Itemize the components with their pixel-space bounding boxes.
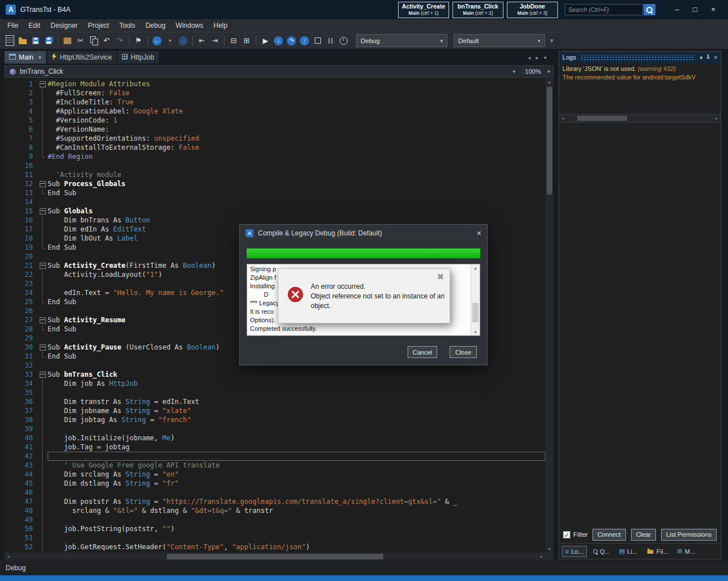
code-line-5[interactable]: 5 #VersionCode: 1 bbox=[5, 116, 545, 125]
tab-httpjob[interactable]: HttpJob bbox=[117, 51, 158, 64]
hotkey-bntrans-click[interactable]: bnTrans_ClickMain (ctrl + 2) bbox=[452, 2, 503, 18]
dialog-close-icon[interactable]: × bbox=[477, 229, 481, 238]
fold-collapse-icon[interactable] bbox=[40, 181, 46, 187]
log-entry[interactable]: Library 'JSON' is not used. (warning #32… bbox=[562, 65, 717, 73]
code-line-11[interactable]: 11 'Activity module bbox=[5, 170, 545, 179]
search-button[interactable] bbox=[644, 4, 655, 15]
panel-tab-logs[interactable]: ≡Lo... bbox=[562, 546, 587, 557]
code-line-37[interactable]: 37 Dim jobname As String = "xlate" bbox=[5, 406, 545, 415]
code-line-15[interactable]: 15Sub Globals bbox=[5, 207, 545, 216]
code-line-36[interactable]: 36 Dim transtr As String = edIn.Text bbox=[5, 397, 545, 406]
scroll-up-icon[interactable]: ▲ bbox=[473, 264, 477, 271]
popup-close-icon[interactable]: ✖ bbox=[437, 272, 444, 282]
connect-button[interactable]: Connect bbox=[592, 529, 626, 541]
editor-horizontal-scrollbar[interactable]: ◂ ▸ bbox=[5, 553, 545, 561]
code-line-49[interactable]: 49 bbox=[5, 515, 545, 524]
code-text[interactable] bbox=[48, 197, 545, 207]
stop-icon[interactable] bbox=[311, 34, 324, 48]
save-icon[interactable] bbox=[29, 34, 42, 48]
code-text[interactable] bbox=[48, 533, 545, 542]
tab-scroll-right-icon[interactable]: ▸ bbox=[536, 54, 539, 61]
code-line-38[interactable]: 38 Dim jobtag As String = "french" bbox=[5, 415, 545, 424]
collapse-all-icon[interactable]: ⊟ bbox=[227, 34, 240, 48]
code-text[interactable]: Dim jobtag As String = "french" bbox=[48, 415, 545, 424]
nav-forward-icon[interactable]: → bbox=[177, 34, 189, 48]
code-line-33[interactable]: 33Sub bnTrans_Click bbox=[5, 370, 545, 379]
fold-collapse-icon[interactable] bbox=[40, 208, 46, 214]
zoom-select[interactable]: 100% ▾ bbox=[522, 65, 553, 78]
panel-close-icon[interactable]: × bbox=[714, 54, 717, 61]
horizontal-scroll-thumb[interactable] bbox=[167, 554, 383, 559]
copy-icon[interactable] bbox=[87, 34, 100, 48]
code-line-6[interactable]: 6 #VersionName: bbox=[5, 125, 545, 134]
code-text[interactable]: #Region Module Attributes bbox=[48, 79, 545, 89]
fold-column[interactable] bbox=[39, 179, 48, 188]
panel-tab-files[interactable]: Fil... bbox=[644, 546, 671, 557]
cut-icon[interactable]: ✂ bbox=[74, 34, 87, 48]
code-line-13[interactable]: 13End Sub bbox=[5, 188, 545, 197]
code-line-40[interactable]: 40 job.Initialize(jobname, Me) bbox=[5, 433, 545, 443]
cancel-button[interactable]: Cancel bbox=[408, 346, 437, 358]
fold-collapse-icon[interactable] bbox=[40, 263, 46, 269]
code-line-14[interactable]: 14 bbox=[5, 197, 545, 207]
scroll-right-icon[interactable]: ▸ bbox=[537, 553, 545, 561]
code-line-46[interactable]: 46 bbox=[5, 488, 545, 497]
output-scroll-thumb[interactable] bbox=[472, 303, 479, 322]
menu-windows[interactable]: Windows bbox=[171, 20, 209, 31]
scroll-left-icon[interactable]: ◂ bbox=[559, 115, 567, 122]
scroll-right-icon[interactable]: ▸ bbox=[713, 115, 721, 122]
scroll-left-icon[interactable]: ◂ bbox=[5, 553, 12, 561]
code-text[interactable]: Dim job As HttpJob bbox=[48, 379, 545, 388]
menu-file[interactable]: File bbox=[2, 20, 23, 31]
editor-vertical-scrollbar[interactable]: ▲ ▼ bbox=[545, 78, 553, 553]
toolbar-overflow-icon[interactable]: ▾ bbox=[545, 34, 558, 48]
undo-icon[interactable]: ↶ bbox=[100, 34, 113, 48]
code-text[interactable]: #End Region bbox=[48, 152, 545, 161]
indent-icon[interactable]: ⇥ bbox=[209, 34, 221, 48]
tab-scroll-left-icon[interactable]: ◂ bbox=[528, 54, 531, 61]
logs-scroll-thumb[interactable] bbox=[577, 116, 627, 121]
fold-column[interactable] bbox=[39, 315, 48, 325]
panel-tab-search[interactable]: Q... bbox=[590, 546, 613, 557]
list-permissions-button[interactable]: List Permissions bbox=[661, 529, 717, 541]
fold-column[interactable] bbox=[39, 370, 48, 379]
code-text[interactable]: job.Tag = jobtag bbox=[48, 443, 545, 452]
step-into-icon[interactable]: ↓ bbox=[272, 34, 285, 48]
pin-icon[interactable] bbox=[706, 54, 710, 60]
code-text[interactable]: #IncludeTitle: True bbox=[48, 98, 545, 107]
code-text[interactable]: Dim jobname As String = "xlate" bbox=[48, 406, 545, 415]
code-text[interactable] bbox=[48, 515, 545, 524]
menu-edit[interactable]: Edit bbox=[23, 20, 45, 31]
menu-tools[interactable]: Tools bbox=[114, 20, 140, 31]
code-line-41[interactable]: 41 job.Tag = jobtag bbox=[5, 443, 545, 452]
dialog-close-button[interactable]: Close bbox=[450, 346, 477, 358]
nav-back-caret-icon[interactable]: ▾ bbox=[164, 34, 176, 48]
minimize-icon[interactable]: – bbox=[668, 3, 686, 16]
fold-collapse-icon[interactable] bbox=[40, 81, 46, 87]
code-text[interactable]: Dim bnTrans As Button bbox=[48, 216, 545, 225]
logs-horizontal-scrollbar[interactable]: ◂ ▸ bbox=[559, 115, 721, 123]
close-icon[interactable]: × bbox=[704, 3, 722, 16]
code-line-51[interactable]: 51 bbox=[5, 533, 545, 542]
code-line-10[interactable]: 10 bbox=[5, 161, 545, 170]
code-line-8[interactable]: 8 #CanInstallToExternalStorage: False bbox=[5, 143, 545, 152]
code-line-4[interactable]: 4 #ApplicationLabel: Google Xlate bbox=[5, 107, 545, 116]
panel-tab-libraries[interactable]: ▤Li... bbox=[616, 546, 640, 557]
code-line-45[interactable]: 45 Dim dstlang As String = "fr" bbox=[5, 479, 545, 488]
build-config-select[interactable]: Default ▾ bbox=[454, 34, 545, 47]
member-dropdown[interactable]: bnTrans_Click ▾ bbox=[5, 65, 520, 78]
code-text[interactable]: srclang & "&tl=" & dstlang & "&dt=t&q=" … bbox=[48, 506, 545, 515]
fold-collapse-icon[interactable] bbox=[40, 317, 46, 323]
scroll-down-icon[interactable]: ▼ bbox=[473, 329, 477, 335]
code-text[interactable]: Sub bnTrans_Click bbox=[48, 370, 545, 379]
step-over-icon[interactable]: ↷ bbox=[285, 34, 298, 48]
code-text[interactable]: job.GetRequest.SetHeader("Content-Type",… bbox=[48, 542, 545, 551]
code-line-2[interactable]: 2 #FullScreen: False bbox=[5, 89, 545, 98]
code-line-39[interactable]: 39 bbox=[5, 424, 545, 433]
code-text[interactable]: #SupportedOrientations: unspecified bbox=[48, 134, 545, 143]
code-line-12[interactable]: 12Sub Process_Globals bbox=[5, 179, 545, 188]
maximize-icon[interactable]: □ bbox=[686, 3, 704, 16]
open-project-icon[interactable] bbox=[16, 34, 29, 48]
code-line-50[interactable]: 50 job.PostString(poststr, "") bbox=[5, 524, 545, 533]
scroll-up-icon[interactable]: ▲ bbox=[545, 78, 553, 86]
